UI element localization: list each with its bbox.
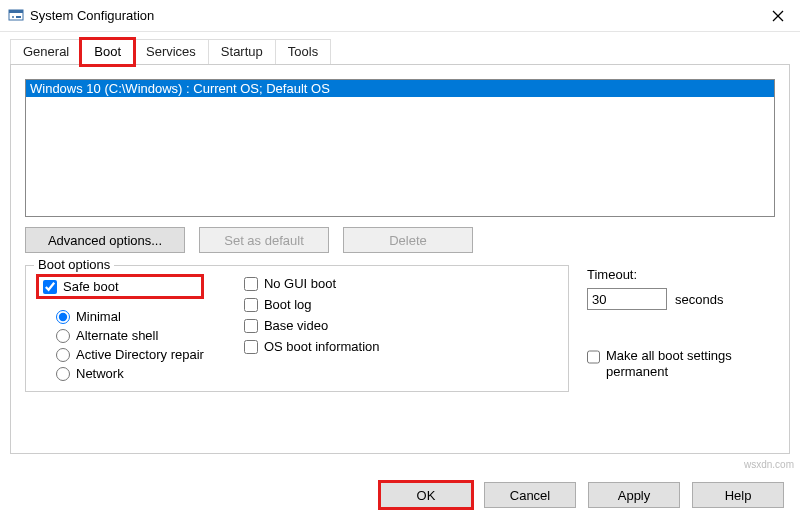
boot-log-label: Boot log: [264, 297, 312, 312]
boot-tab-page: Windows 10 (C:\Windows) : Current OS; De…: [10, 64, 790, 454]
alt-shell-input[interactable]: [56, 329, 70, 343]
minimal-radio[interactable]: Minimal: [56, 309, 204, 324]
network-label: Network: [76, 366, 124, 381]
close-button[interactable]: [756, 1, 800, 31]
network-radio[interactable]: Network: [56, 366, 204, 381]
tab-services[interactable]: Services: [133, 39, 209, 65]
delete-button: Delete: [343, 227, 473, 253]
watermark: wsxdn.com: [744, 459, 794, 470]
no-gui-input[interactable]: [244, 277, 258, 291]
dialog-footer: OK Cancel Apply Help: [380, 482, 784, 508]
boot-options-legend: Boot options: [34, 257, 114, 272]
boot-log-checkbox[interactable]: Boot log: [244, 297, 380, 312]
tab-startup[interactable]: Startup: [208, 39, 276, 65]
ad-repair-label: Active Directory repair: [76, 347, 204, 362]
boot-options-group: Boot options Safe boot Minimal: [25, 265, 569, 392]
app-icon: [8, 8, 24, 24]
boot-log-input[interactable]: [244, 298, 258, 312]
advanced-options-button[interactable]: Advanced options...: [25, 227, 185, 253]
timeout-input[interactable]: [587, 288, 667, 310]
alt-shell-radio[interactable]: Alternate shell: [56, 328, 204, 343]
svg-rect-1: [9, 10, 23, 13]
titlebar: System Configuration: [0, 0, 800, 32]
safe-boot-modes: Minimal Alternate shell Active Directory…: [56, 309, 204, 381]
svg-rect-3: [16, 16, 21, 18]
boot-buttons-row: Advanced options... Set as default Delet…: [25, 227, 775, 253]
set-default-button: Set as default: [199, 227, 329, 253]
base-video-label: Base video: [264, 318, 328, 333]
boot-entry[interactable]: Windows 10 (C:\Windows) : Current OS; De…: [26, 80, 774, 97]
svg-point-2: [12, 16, 14, 18]
tab-tools[interactable]: Tools: [275, 39, 331, 65]
timeout-pane: Timeout: seconds Make all boot settings …: [587, 265, 775, 392]
minimal-input[interactable]: [56, 310, 70, 324]
timeout-unit: seconds: [675, 292, 723, 307]
tab-boot[interactable]: Boot: [81, 39, 134, 65]
no-gui-label: No GUI boot: [264, 276, 336, 291]
safe-boot-checkbox[interactable]: Safe boot: [43, 279, 119, 294]
boot-options-left-col: Safe boot Minimal Alternate shell: [36, 274, 204, 381]
permanent-checkbox[interactable]: Make all boot settings permanent: [587, 348, 775, 381]
permanent-label: Make all boot settings permanent: [606, 348, 775, 381]
base-video-input[interactable]: [244, 319, 258, 333]
ad-repair-input[interactable]: [56, 348, 70, 362]
window-title: System Configuration: [30, 8, 756, 23]
boot-entries-list[interactable]: Windows 10 (C:\Windows) : Current OS; De…: [25, 79, 775, 217]
os-info-input[interactable]: [244, 340, 258, 354]
tabstrip: General Boot Services Startup Tools: [0, 32, 800, 64]
tab-general[interactable]: General: [10, 39, 82, 65]
ok-button[interactable]: OK: [380, 482, 472, 508]
cancel-button[interactable]: Cancel: [484, 482, 576, 508]
safe-boot-input[interactable]: [43, 280, 57, 294]
close-icon: [772, 10, 784, 22]
boot-options-right-col: No GUI boot Boot log Base video OS boot …: [244, 274, 380, 381]
timeout-row: seconds: [587, 288, 775, 310]
lower-panel: Boot options Safe boot Minimal: [25, 265, 775, 392]
no-gui-checkbox[interactable]: No GUI boot: [244, 276, 380, 291]
help-button[interactable]: Help: [692, 482, 784, 508]
timeout-label: Timeout:: [587, 267, 775, 282]
safe-boot-label: Safe boot: [63, 279, 119, 294]
base-video-checkbox[interactable]: Base video: [244, 318, 380, 333]
os-info-label: OS boot information: [264, 339, 380, 354]
permanent-input[interactable]: [587, 350, 600, 364]
ad-repair-radio[interactable]: Active Directory repair: [56, 347, 204, 362]
os-info-checkbox[interactable]: OS boot information: [244, 339, 380, 354]
alt-shell-label: Alternate shell: [76, 328, 158, 343]
safe-boot-highlight: Safe boot: [36, 274, 204, 299]
apply-button[interactable]: Apply: [588, 482, 680, 508]
minimal-label: Minimal: [76, 309, 121, 324]
network-input[interactable]: [56, 367, 70, 381]
